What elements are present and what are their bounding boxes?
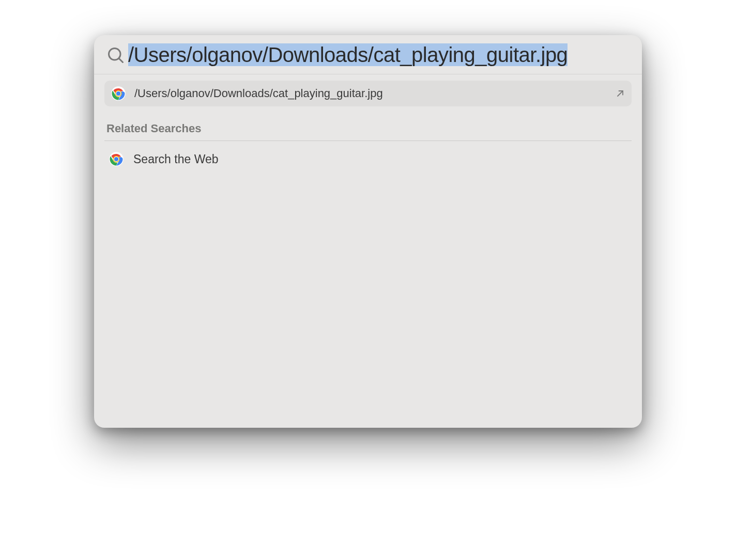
svg-line-1 [119,58,123,63]
top-hit-result[interactable]: /Users/olganov/Downloads/cat_playing_gui… [104,81,632,106]
svg-line-5 [618,91,623,96]
related-item-search-web[interactable]: Search the Web [104,148,632,170]
svg-point-4 [116,91,120,96]
search-row: /Users/olganov/Downloads/cat_playing_gui… [94,35,642,74]
open-arrow-icon [615,88,625,99]
svg-point-8 [114,157,118,161]
results-area: /Users/olganov/Downloads/cat_playing_gui… [94,74,642,428]
search-icon [106,46,125,65]
related-item-label: Search the Web [133,152,219,166]
related-searches-header: Related Searches [104,122,632,141]
spotlight-window: /Users/olganov/Downloads/cat_playing_gui… [94,35,642,428]
search-input[interactable]: /Users/olganov/Downloads/cat_playing_gui… [128,43,630,67]
chrome-icon [109,151,124,167]
top-hit-label: /Users/olganov/Downloads/cat_playing_gui… [134,87,615,100]
chrome-icon [111,86,126,101]
search-query-selected: /Users/olganov/Downloads/cat_playing_gui… [128,43,568,66]
